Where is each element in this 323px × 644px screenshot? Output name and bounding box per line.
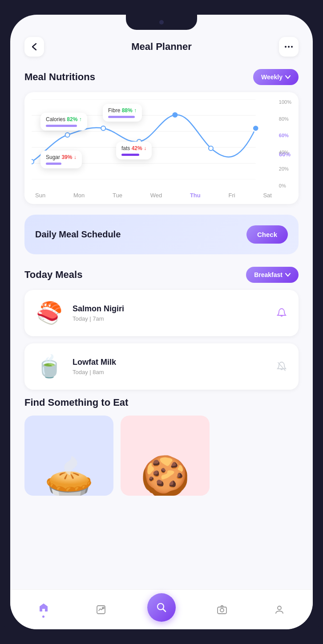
- svg-point-14: [209, 146, 213, 151]
- notch-camera: [159, 20, 164, 24]
- sugar-bar: [46, 163, 61, 165]
- camera-icon: [216, 603, 228, 616]
- food-card-pie[interactable]: 🥧: [24, 416, 113, 496]
- daily-schedule-card: Daily Meal Schedule Check: [24, 215, 299, 254]
- phone-notch: [126, 15, 197, 30]
- phone-frame: Meal Planner Meal Nutritions Weekly: [0, 0, 323, 644]
- svg-point-0: [285, 46, 287, 48]
- page-title: Meal Planner: [131, 41, 192, 53]
- find-eat-section: Find Something to Eat 🥧 🍪: [24, 397, 299, 496]
- nav-camera[interactable]: [211, 603, 233, 616]
- calories-tooltip: Calories 82% ↑: [40, 113, 87, 130]
- fats-bar: [121, 154, 139, 156]
- nutrition-title: Meal Nutritions: [24, 71, 95, 83]
- milk-info: Lowfat Milk Today | 8am: [73, 358, 266, 375]
- search-fab-button[interactable]: [147, 593, 176, 622]
- breakfast-filter-button[interactable]: Breakfast: [246, 267, 299, 283]
- screen-content: Meal Planner Meal Nutritions Weekly: [10, 15, 313, 629]
- svg-point-11: [101, 126, 105, 130]
- salmon-time: Today | 7am: [73, 315, 266, 322]
- cookie-emoji: 🍪: [140, 453, 190, 496]
- chart-area: Calories 82% ↑ Fibre 88% ↑ fats 42% ↓: [32, 99, 291, 188]
- svg-point-13: [173, 113, 177, 117]
- nutrition-chart: Calories 82% ↑ Fibre 88% ↑ fats 42% ↓: [24, 92, 299, 204]
- nutrition-section-header: Meal Nutritions Weekly: [24, 69, 299, 85]
- daily-schedule-title: Daily Meal Schedule: [35, 229, 121, 240]
- milk-time: Today | 8am: [73, 369, 266, 375]
- meal-card-salmon: 🍣 Salmon Nigiri Today | 7am: [24, 290, 299, 336]
- home-icon: [37, 601, 50, 614]
- home-active-dot: [42, 615, 44, 618]
- milk-name: Lowfat Milk: [73, 358, 266, 367]
- nav-profile[interactable]: [268, 603, 291, 616]
- user-icon: [273, 603, 286, 616]
- fibre-bar: [108, 116, 135, 118]
- fibre-tooltip: Fibre 88% ↑: [103, 104, 142, 122]
- svg-point-9: [32, 159, 34, 164]
- svg-point-15: [253, 125, 259, 131]
- more-button[interactable]: [279, 37, 299, 57]
- fats-tooltip: fats 42% ↓: [116, 142, 152, 159]
- svg-point-21: [220, 608, 224, 612]
- nav-home[interactable]: [32, 601, 55, 618]
- app-header: Meal Planner: [24, 37, 299, 57]
- chart-days: Sun Mon Tue Wed Thu Fri Sat: [32, 188, 291, 199]
- food-card-cookie[interactable]: 🍪: [121, 416, 210, 496]
- meal-card-milk: 🍵 Lowfat Milk Today | 8am: [24, 343, 299, 390]
- salmon-name: Salmon Nigiri: [73, 304, 266, 314]
- pie-emoji: 🥧: [44, 453, 94, 496]
- check-button[interactable]: Check: [246, 225, 288, 244]
- svg-point-10: [65, 133, 70, 137]
- svg-point-1: [288, 46, 290, 48]
- chart-y-labels: 100% 80% 60% 40% 20% 0%: [279, 99, 291, 188]
- svg-point-2: [291, 46, 293, 48]
- bottom-nav: [10, 589, 313, 629]
- calories-bar: [46, 125, 77, 127]
- nav-chart[interactable]: [90, 603, 112, 616]
- sugar-tooltip: Sugar 39% ↓: [40, 151, 82, 168]
- svg-point-22: [278, 606, 281, 610]
- weekly-filter-button[interactable]: Weekly: [253, 69, 299, 85]
- salmon-emoji: 🍣: [33, 297, 65, 329]
- find-eat-title: Find Something to Eat: [24, 397, 299, 408]
- back-button[interactable]: [24, 37, 44, 57]
- food-cards-row: 🥧 🍪: [24, 416, 299, 496]
- phone-screen: Meal Planner Meal Nutritions Weekly: [10, 15, 313, 629]
- chart-icon: [95, 603, 107, 616]
- milk-emoji: 🍵: [33, 351, 65, 383]
- milk-bell-button[interactable]: [274, 359, 290, 375]
- today-meals-header: Today Meals Breakfast: [24, 267, 299, 283]
- salmon-bell-button[interactable]: [274, 305, 290, 321]
- salmon-info: Salmon Nigiri Today | 7am: [73, 304, 266, 322]
- today-meals-title: Today Meals: [24, 269, 82, 281]
